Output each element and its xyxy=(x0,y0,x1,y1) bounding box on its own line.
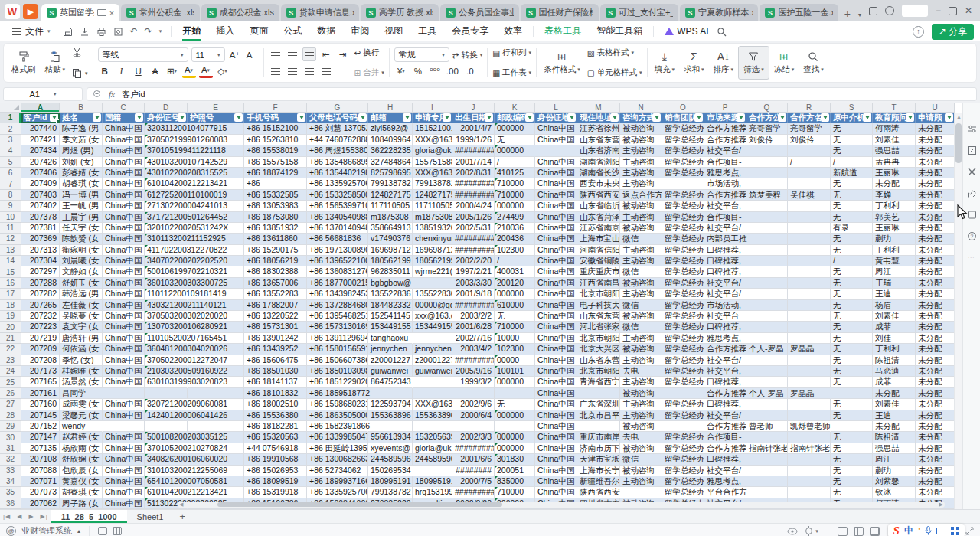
cell-K3[interactable]: 无 xyxy=(495,135,535,145)
header-cell-K[interactable]: 邮政编码 xyxy=(495,113,535,123)
cell-D14[interactable]: 340702200202202520 xyxy=(145,256,188,266)
cell-L11[interactable]: China中国 xyxy=(535,223,577,234)
cell-F5[interactable]: +86 15575158 xyxy=(244,157,307,168)
cell-F23[interactable]: +86 15606475 xyxy=(244,355,307,366)
filter-dropdown-icon[interactable] xyxy=(821,113,829,122)
cell-R4[interactable] xyxy=(788,145,831,156)
fullscreen-icon[interactable] xyxy=(965,527,974,535)
export-icon[interactable] xyxy=(80,27,90,37)
cell-Q21[interactable] xyxy=(746,333,788,344)
cell-H13[interactable]: 169698712 xyxy=(368,245,413,256)
row-number[interactable]: 33 xyxy=(0,466,21,476)
cell-K2[interactable]: 000000 xyxy=(495,123,535,134)
cell-G31[interactable]: +86 田延岭1395 xyxy=(307,443,368,454)
cell-U20[interactable]: 未分配 xyxy=(916,322,955,332)
cell-S2[interactable]: 无 xyxy=(831,123,873,134)
cell-K33[interactable]: 200051 xyxy=(495,466,535,476)
cell-D34[interactable]: 654101200007050581 xyxy=(145,476,188,487)
cell-A10[interactable]: 207378 xyxy=(21,212,60,223)
add-sheet-button[interactable]: + xyxy=(173,511,191,522)
cell-F24[interactable]: +86 18501030 xyxy=(244,366,307,377)
cell-M19[interactable]: 山东省东营 xyxy=(577,311,620,322)
cell-S33[interactable]: 无 xyxy=(831,466,873,476)
cell-H18[interactable]: 184482332 xyxy=(368,300,413,311)
cell-R20[interactable] xyxy=(788,322,831,332)
cell-M34[interactable]: 新疆维吾尔 xyxy=(577,476,620,487)
cell-A28[interactable]: 207145 xyxy=(21,410,60,421)
cell-E34[interactable] xyxy=(188,476,244,487)
cell-P21[interactable]: 雅思考点, xyxy=(704,333,746,344)
cell-G30[interactable]: +86 1339985047 xyxy=(307,432,368,443)
cell-T14[interactable]: 黄韦慧 xyxy=(873,256,916,266)
copy-icon[interactable] xyxy=(72,68,82,78)
row-number[interactable]: 27 xyxy=(0,399,21,410)
row-number[interactable]: 34 xyxy=(0,476,21,487)
cell-G9[interactable]: +86 1565399710 xyxy=(307,201,368,211)
cell-U25[interactable]: 未分配 xyxy=(916,377,955,387)
cell-T16[interactable]: 王瑞 xyxy=(873,278,916,289)
row-number[interactable]: 3 xyxy=(0,135,21,145)
column-header-R[interactable]: R xyxy=(788,103,831,113)
properties-icon[interactable] xyxy=(967,124,977,134)
file-tab[interactable]: S可过_支付宝+_滴滴… xyxy=(600,4,678,21)
cell-C31[interactable]: China中国 xyxy=(103,443,145,454)
decrease-font-button[interactable]: A⁻ xyxy=(245,48,259,62)
cell-H5[interactable]: 327484864 xyxy=(368,157,413,168)
cell-J22[interactable]: 2003/4/2 xyxy=(452,344,495,355)
globe-icon[interactable] xyxy=(885,6,894,15)
cell-Q11[interactable] xyxy=(746,223,788,234)
row-number[interactable]: 2 xyxy=(0,123,21,134)
cell-U32[interactable]: 未分配 xyxy=(916,454,955,465)
cell-I14[interactable]: 180562199 xyxy=(413,256,452,266)
cell-T27[interactable]: 刘素佳 xyxy=(873,399,916,410)
row-number[interactable]: 9 xyxy=(0,201,21,211)
cell-B11[interactable]: 任天宇 (女 xyxy=(60,223,103,234)
cell-Q28[interactable] xyxy=(746,410,788,421)
cell-M35[interactable]: 陕西省西安 xyxy=(577,487,620,498)
cell-I11[interactable]: 138519326 xyxy=(413,223,452,234)
cell-A26[interactable]: 207161 xyxy=(21,388,60,399)
cell-E25[interactable] xyxy=(188,377,244,387)
cell-S23[interactable]: 无 xyxy=(831,355,873,366)
cell-S35[interactable]: 无 xyxy=(831,487,873,498)
cell-P7[interactable]: 市场活动, xyxy=(704,178,746,189)
cell-J8[interactable]: ######### xyxy=(452,190,495,201)
cell-E10[interactable] xyxy=(188,212,244,223)
cell-R3[interactable]: 刘俊伶 xyxy=(788,135,831,145)
cell-S5[interactable]: / xyxy=(831,157,873,168)
cell-C20[interactable]: China中国 xyxy=(103,322,145,332)
scroll-up-icon[interactable]: ▲ xyxy=(956,114,962,119)
cell-L21[interactable]: China中国 xyxy=(535,333,577,344)
header-cell-F[interactable]: 手机号码 xyxy=(244,113,307,123)
align-middle-icon[interactable] xyxy=(286,47,299,61)
menu-item-2[interactable]: 插入 xyxy=(208,21,242,41)
cell-G11[interactable]: +86 1370140948 xyxy=(307,223,368,234)
cell-C32[interactable]: China中国 xyxy=(103,454,145,465)
cell-I23[interactable]: z20001227 xyxy=(413,355,452,366)
cell-J10[interactable]: 2005/1/26 xyxy=(452,212,495,223)
cell-A19[interactable]: 207232 xyxy=(21,311,60,322)
name-box[interactable]: A1▾ xyxy=(3,87,83,101)
header-cell-R[interactable]: 合作方名 xyxy=(788,113,831,123)
conditional-format-button[interactable]: ⊞ 条件格式▾ xyxy=(539,46,585,80)
cell-L8[interactable]: China中国 xyxy=(535,190,577,201)
cell-M29[interactable] xyxy=(577,421,620,432)
header-cell-B[interactable]: 姓名 xyxy=(60,113,103,123)
tab-smart-toolbox[interactable]: 智能工具箱 xyxy=(589,21,650,41)
cell-O28[interactable]: 留学总经办 xyxy=(662,410,704,421)
cell-R17[interactable] xyxy=(788,289,831,299)
cell-F28[interactable]: +86 15536380 xyxy=(244,410,307,421)
cell-O2[interactable]: 留学总经办 xyxy=(662,123,704,134)
cell-F16[interactable]: +86 13657006 xyxy=(244,278,307,289)
cell-H2[interactable]: ziyi5692@ xyxy=(368,123,413,134)
cell-I34[interactable]: 180995191 xyxy=(413,476,452,487)
column-header-S[interactable]: S xyxy=(831,103,873,113)
filter-dropdown-icon[interactable] xyxy=(135,113,143,122)
cell-H26[interactable] xyxy=(368,388,413,399)
cell-O21[interactable]: 留学总经办 xyxy=(662,333,704,344)
cell-S3[interactable]: 无 xyxy=(831,135,873,145)
cell-B36[interactable]: 周子路 (女 xyxy=(60,498,103,509)
cell-O30[interactable]: 留学总经办 xyxy=(662,432,704,443)
undo-icon[interactable]: ↶ xyxy=(130,26,138,37)
cell-N17[interactable]: 主动咨询 xyxy=(620,289,662,299)
